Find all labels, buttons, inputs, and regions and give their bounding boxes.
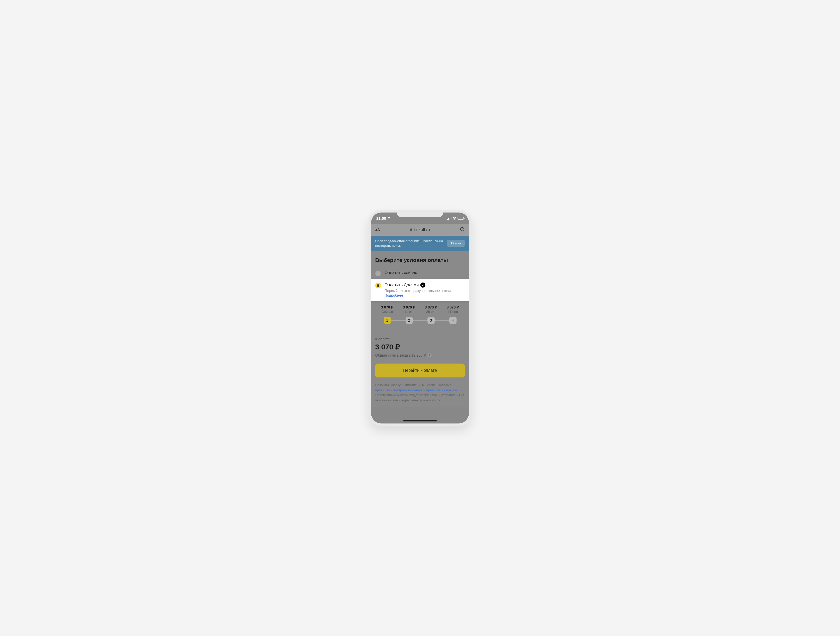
pay-button[interactable]: Перейти к оплате (375, 363, 465, 377)
sched-amount: 3 070 ₽ (376, 305, 398, 309)
svg-rect-1 (422, 285, 423, 286)
option-pay-now[interactable]: Оплатить сейчас (375, 268, 465, 279)
step-badge: 3 (428, 317, 435, 324)
sched-amount: 3 070 ₽ (398, 305, 420, 309)
terms-text: Нажимая кнопку «Оплатить», вы соглашаете… (375, 383, 465, 402)
svg-rect-2 (423, 284, 423, 286)
reload-icon[interactable] (459, 227, 465, 233)
sched-date: 25 окт (420, 310, 442, 314)
sched-date: Сейчас (376, 310, 398, 314)
dolyami-more-link[interactable]: Подробнее (384, 293, 465, 297)
schedule-item-1: 3 070 ₽ Сейчас 1 (376, 305, 398, 324)
step-badge: 4 (449, 317, 456, 324)
option-dolyami[interactable]: Оплатить Долями Первый платеж сразу, ост… (371, 279, 469, 301)
location-arrow-icon (387, 216, 390, 221)
step-badge: 1 (384, 317, 391, 324)
step-badge: 2 (406, 317, 413, 324)
order-total: Общая сумма заказа 12 280 ₽ ? (375, 353, 465, 357)
battery-icon (458, 217, 464, 220)
terms-link-returns[interactable]: правилами возврата и обмена (375, 388, 423, 392)
order-total-value: 12 280 ₽ (412, 353, 426, 357)
banner-text: Срок предложения ограничен, после нужно … (375, 239, 447, 248)
banner-countdown: 19 мин (447, 240, 465, 247)
browser-toolbar: AA tinkoff.ru (371, 224, 469, 236)
phone-screen: 11:00 AA tinkoff.ru (371, 213, 469, 423)
status-time: 11:00 (376, 216, 386, 221)
phone-mockup: 11:00 AA tinkoff.ru (368, 210, 472, 426)
payment-schedule: 3 070 ₽ Сейчас 1 3 070 ₽ 11 окт 2 3 070 … (375, 305, 465, 324)
page-content: Срок предложения ограничен, после нужно … (371, 236, 469, 423)
radio-selected-icon (375, 283, 381, 289)
schedule-item-4: 3 070 ₽ 11 ноя 4 (442, 305, 464, 324)
option-dolyami-subtitle: Первый платеж сразу, остальное потом. (384, 289, 465, 293)
url-display[interactable]: tinkoff.ru (410, 227, 430, 232)
help-icon[interactable]: ? (428, 353, 431, 357)
sched-amount: 3 070 ₽ (420, 305, 442, 309)
svg-rect-0 (422, 285, 422, 286)
total-label: К оплате (375, 337, 465, 341)
signal-icon (447, 217, 452, 220)
option-dolyami-title: Оплатить Долями (384, 283, 419, 287)
offer-banner: Срок предложения ограничен, после нужно … (371, 236, 469, 251)
terms-link-service[interactable]: правилами сервиса (426, 388, 457, 392)
wifi-icon (452, 216, 456, 221)
dolyami-logo-icon (420, 282, 425, 288)
order-total-prefix: Общая сумма заказа (375, 353, 412, 357)
svg-rect-3 (423, 284, 424, 286)
schedule-item-2: 3 070 ₽ 11 окт 2 (398, 305, 420, 324)
option-pay-now-label: Оплатить сейчас (384, 270, 417, 275)
url-text: tinkoff.ru (414, 227, 430, 232)
schedule-item-3: 3 070 ₽ 25 окт 3 (420, 305, 442, 324)
lock-icon (410, 228, 413, 232)
sched-date: 11 ноя (442, 310, 464, 314)
sched-amount: 3 070 ₽ (442, 305, 464, 309)
main-content: Выберите условия оплаты Оплатить сейчас … (371, 251, 469, 407)
sched-date: 11 окт (398, 310, 420, 314)
radio-icon (375, 271, 381, 276)
home-indicator[interactable] (403, 420, 437, 421)
text-size-button[interactable]: AA (375, 228, 380, 232)
total-amount: 3 070 ₽ (375, 343, 465, 351)
page-heading: Выберите условия оплаты (375, 257, 465, 263)
phone-notch (397, 210, 443, 217)
